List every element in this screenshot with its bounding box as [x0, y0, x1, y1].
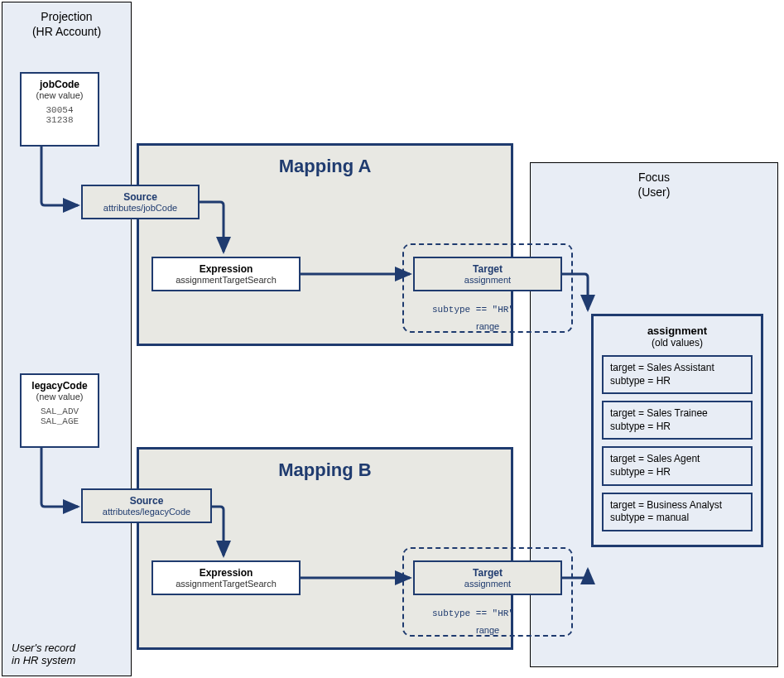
projection-title: Projection (HR Account)	[2, 9, 131, 39]
expression-a-value: assignmentTargetSearch	[156, 275, 296, 285]
target-b-box: Target assignment	[413, 560, 562, 595]
assignment-item-subtype: subtype = manual	[610, 512, 744, 525]
focus-title: Focus (User)	[531, 170, 777, 200]
source-a-label: Source	[86, 191, 195, 203]
target-a-label: Target	[418, 263, 557, 275]
assignment-item-target: target = Business Analyst	[610, 499, 744, 512]
assignment-item: target = Sales Traineesubtype = HR	[602, 401, 753, 440]
expression-b-label: Expression	[156, 567, 296, 579]
assignment-item: target = Sales Agentsubtype = HR	[602, 446, 753, 485]
jobcode-sub: (new value)	[25, 90, 94, 100]
source-b-label: Source	[86, 495, 207, 507]
jobcode-name: jobCode	[25, 79, 94, 90]
target-a-value: assignment	[418, 275, 557, 285]
projection-title-l1: Projection	[41, 10, 92, 23]
target-b-value: assignment	[418, 579, 557, 589]
focus-title-l1: Focus	[638, 171, 670, 184]
assignment-item-target: target = Sales Agent	[610, 453, 744, 466]
source-a-box: Source attributes/jobCode	[81, 185, 200, 219]
mapping-b-title: Mapping B	[139, 459, 511, 481]
assignment-item-target: target = Sales Assistant	[610, 362, 744, 375]
jobcode-box: jobCode (new value) 30054 31238	[20, 72, 99, 147]
assignment-box: assignment (old values) target = Sales A…	[591, 314, 763, 547]
expression-a-box: Expression assignmentTargetSearch	[152, 257, 301, 291]
assignment-item-subtype: subtype = HR	[610, 375, 744, 388]
projection-title-l2: (HR Account)	[32, 25, 101, 38]
legacycode-sub: (new value)	[25, 392, 94, 402]
target-a-box: Target assignment	[413, 257, 562, 291]
target-b-label: Target	[418, 567, 557, 579]
legacycode-v1: SAL_AGE	[25, 416, 94, 426]
assignment-item-subtype: subtype = HR	[610, 466, 744, 479]
expression-a-label: Expression	[156, 263, 296, 275]
source-a-path: attributes/jobCode	[86, 203, 195, 213]
jobcode-v0: 30054	[25, 105, 94, 115]
assignment-sub: (old values)	[600, 337, 754, 349]
assignment-item: target = Business Analystsubtype = manua…	[602, 493, 753, 531]
expression-b-value: assignmentTargetSearch	[156, 579, 296, 589]
legacycode-name: legacyCode	[25, 380, 94, 392]
assignment-item-target: target = Sales Trainee	[610, 407, 744, 421]
expression-b-box: Expression assignmentTargetSearch	[152, 560, 301, 595]
assignment-item-subtype: subtype = HR	[610, 421, 744, 434]
assignment-item: target = Sales Assistantsubtype = HR	[602, 355, 753, 394]
jobcode-v1: 31238	[25, 115, 94, 125]
focus-title-l2: (User)	[638, 185, 671, 199]
legacycode-v0: SAL_ADV	[25, 406, 94, 416]
source-b-path: attributes/legacyCode	[86, 507, 207, 517]
projection-footnote: User's record in HR system	[12, 642, 75, 666]
legacycode-box: legacyCode (new value) SAL_ADV SAL_AGE	[20, 373, 99, 448]
source-b-box: Source attributes/legacyCode	[81, 488, 212, 523]
footnote-l2: in HR system	[12, 654, 75, 666]
mapping-a-title: Mapping A	[139, 156, 511, 177]
assignment-label: assignment	[600, 325, 754, 337]
footnote-l1: User's record	[12, 642, 75, 654]
